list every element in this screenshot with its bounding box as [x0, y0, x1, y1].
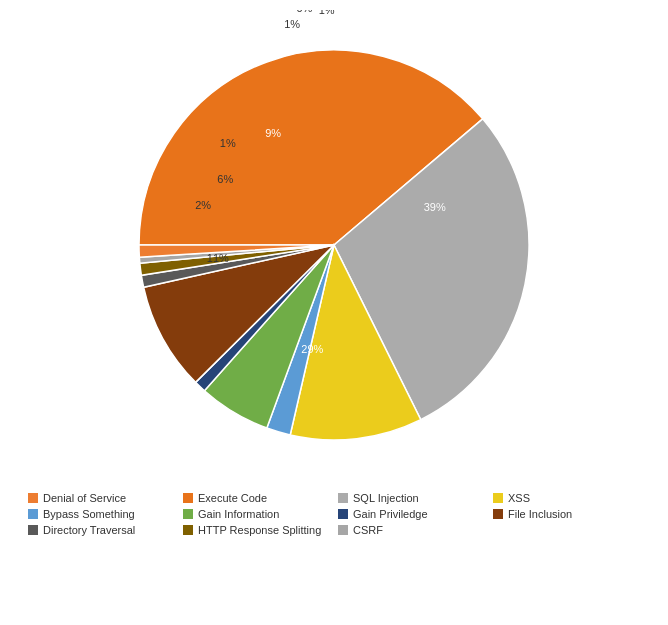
pie-label-gain-priviledge: 1%	[220, 137, 236, 149]
pie-label-sql-injection: 29%	[301, 343, 323, 355]
legend-color-execute-code	[183, 493, 193, 503]
legend-label-http-response: HTTP Response Splitting	[198, 524, 321, 536]
pie-label-directory-traversal: 1%	[284, 18, 300, 30]
legend-label-xss: XSS	[508, 492, 530, 504]
legend-item-directory-traversal: Directory Traversal	[28, 524, 175, 536]
legend-item-xss: XSS	[493, 492, 640, 504]
legend-color-directory-traversal	[28, 525, 38, 535]
legend-label-csrf: CSRF	[353, 524, 383, 536]
chart-container: 39%29%11%2%6%1%9%1%0%1%1% Denial of Serv…	[0, 0, 668, 625]
legend-color-bypass-something	[28, 509, 38, 519]
legend-color-gain-priviledge	[338, 509, 348, 519]
pie-label-http-response: 0%	[296, 10, 312, 14]
legend-item-execute-code: Execute Code	[183, 492, 330, 504]
legend-label-gain-information: Gain Information	[198, 508, 279, 520]
pie-label-bypass-something: 2%	[195, 199, 211, 211]
legend-item-gain-priviledge: Gain Priviledge	[338, 508, 485, 520]
legend-color-denial-of-service	[28, 493, 38, 503]
legend-label-execute-code: Execute Code	[198, 492, 267, 504]
legend-item-gain-information: Gain Information	[183, 508, 330, 520]
legend-color-csrf	[338, 525, 348, 535]
chart-legend: Denial of ServiceExecute CodeSQL Injecti…	[14, 484, 654, 544]
legend-item-bypass-something: Bypass Something	[28, 508, 175, 520]
pie-chart-area: 39%29%11%2%6%1%9%1%0%1%1%	[84, 10, 584, 480]
legend-color-sql-injection	[338, 493, 348, 503]
legend-item-sql-injection: SQL Injection	[338, 492, 485, 504]
legend-label-bypass-something: Bypass Something	[43, 508, 135, 520]
legend-label-sql-injection: SQL Injection	[353, 492, 419, 504]
legend-label-denial-of-service: Denial of Service	[43, 492, 126, 504]
legend-label-gain-priviledge: Gain Priviledge	[353, 508, 428, 520]
legend-color-http-response	[183, 525, 193, 535]
legend-item-http-response: HTTP Response Splitting	[183, 524, 330, 536]
legend-label-file-inclusion: File Inclusion	[508, 508, 572, 520]
pie-label-denial-of-service: 1%	[319, 10, 335, 16]
legend-color-gain-information	[183, 509, 193, 519]
legend-item-csrf: CSRF	[338, 524, 485, 536]
pie-chart-svg: 39%29%11%2%6%1%9%1%0%1%1%	[84, 10, 584, 480]
legend-label-directory-traversal: Directory Traversal	[43, 524, 135, 536]
legend-item-denial-of-service: Denial of Service	[28, 492, 175, 504]
pie-label-execute-code: 39%	[424, 201, 446, 213]
pie-label-gain-information: 6%	[217, 173, 233, 185]
pie-label-xss: 11%	[207, 252, 229, 264]
legend-color-file-inclusion	[493, 509, 503, 519]
pie-label-file-inclusion: 9%	[265, 127, 281, 139]
legend-color-xss	[493, 493, 503, 503]
legend-item-file-inclusion: File Inclusion	[493, 508, 640, 520]
